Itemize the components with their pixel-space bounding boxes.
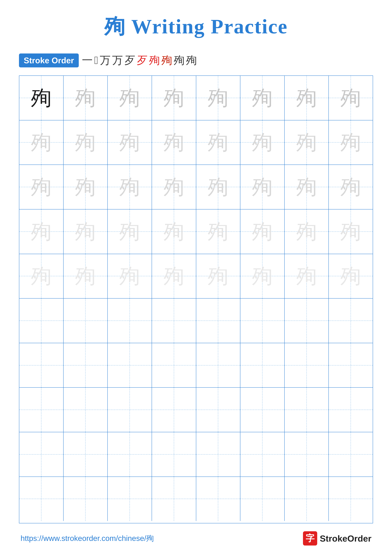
cell-10-1[interactable]: [19, 477, 64, 521]
cell-9-3[interactable]: [108, 432, 152, 476]
cell-8-3[interactable]: [108, 388, 152, 432]
cell-8-7[interactable]: [285, 388, 329, 432]
cell-6-8[interactable]: [329, 299, 373, 343]
cell-5-7[interactable]: 殉: [285, 254, 329, 298]
cell-2-2[interactable]: 殉: [64, 120, 108, 165]
cell-10-5[interactable]: [196, 477, 241, 521]
grid-row-5: 殉 殉 殉 殉 殉 殉 殉 殉: [19, 254, 373, 299]
cell-9-5[interactable]: [196, 432, 241, 476]
char-guide: 殉: [75, 221, 96, 242]
brand-icon: 字: [303, 531, 317, 546]
char-guide: 殉: [75, 132, 96, 153]
cell-5-3[interactable]: 殉: [108, 254, 152, 298]
cell-5-2[interactable]: 殉: [64, 254, 108, 298]
cell-4-8[interactable]: 殉: [329, 210, 373, 254]
cell-7-5[interactable]: [196, 343, 241, 387]
cell-2-6[interactable]: 殉: [240, 120, 285, 165]
cell-1-2[interactable]: 殉: [64, 76, 108, 120]
grid-row-9: [19, 432, 373, 477]
cell-8-5[interactable]: [196, 388, 241, 432]
cell-2-4[interactable]: 殉: [152, 120, 196, 165]
cell-6-1[interactable]: [19, 299, 64, 343]
cell-3-3[interactable]: 殉: [108, 165, 152, 209]
cell-9-6[interactable]: [240, 432, 285, 476]
cell-10-2[interactable]: [64, 477, 108, 521]
stroke-seq-7: 殉: [149, 53, 160, 67]
footer-brand: 字 StrokeOrder: [303, 531, 371, 546]
stroke-seq-9: 殉: [174, 53, 185, 67]
cell-3-2[interactable]: 殉: [64, 165, 108, 209]
cell-8-4[interactable]: [152, 388, 196, 432]
char-guide: 殉: [208, 132, 228, 153]
cell-10-7[interactable]: [285, 477, 329, 521]
char-guide: 殉: [119, 221, 140, 242]
stroke-seq-3: 万: [100, 53, 111, 67]
cell-1-8[interactable]: 殉: [329, 76, 373, 120]
cell-4-1[interactable]: 殉: [19, 210, 64, 254]
cell-4-5[interactable]: 殉: [196, 210, 241, 254]
cell-3-5[interactable]: 殉: [196, 165, 241, 209]
cell-9-2[interactable]: [64, 432, 108, 476]
cell-5-5[interactable]: 殉: [196, 254, 241, 298]
char-guide: 殉: [164, 132, 184, 153]
cell-2-3[interactable]: 殉: [108, 120, 152, 165]
cell-7-6[interactable]: [240, 343, 285, 387]
cell-8-6[interactable]: [240, 388, 285, 432]
cell-10-4[interactable]: [152, 477, 196, 521]
char-guide: 殉: [31, 177, 51, 197]
cell-3-8[interactable]: 殉: [329, 165, 373, 209]
cell-6-5[interactable]: [196, 299, 241, 343]
char-guide: 殉: [341, 132, 361, 153]
cell-2-1[interactable]: 殉: [19, 120, 64, 165]
cell-4-7[interactable]: 殉: [285, 210, 329, 254]
cell-10-6[interactable]: [240, 477, 285, 521]
cell-7-2[interactable]: [64, 343, 108, 387]
cell-9-8[interactable]: [329, 432, 373, 476]
cell-7-4[interactable]: [152, 343, 196, 387]
cell-6-2[interactable]: [64, 299, 108, 343]
cell-1-7[interactable]: 殉: [285, 76, 329, 120]
cell-4-2[interactable]: 殉: [64, 210, 108, 254]
char-guide: 殉: [119, 88, 140, 108]
cell-10-8[interactable]: [329, 477, 373, 521]
cell-1-1[interactable]: 殉: [19, 76, 64, 120]
char-guide: 殉: [252, 266, 273, 286]
cell-7-7[interactable]: [285, 343, 329, 387]
cell-6-7[interactable]: [285, 299, 329, 343]
cell-3-1[interactable]: 殉: [19, 165, 64, 209]
cell-10-3[interactable]: [108, 477, 152, 521]
char-dark: 殉: [31, 88, 51, 108]
cell-1-5[interactable]: 殉: [196, 76, 241, 120]
cell-1-3[interactable]: 殉: [108, 76, 152, 120]
cell-2-8[interactable]: 殉: [329, 120, 373, 165]
cell-3-7[interactable]: 殉: [285, 165, 329, 209]
cell-1-4[interactable]: 殉: [152, 76, 196, 120]
cell-8-2[interactable]: [64, 388, 108, 432]
cell-4-3[interactable]: 殉: [108, 210, 152, 254]
cell-7-3[interactable]: [108, 343, 152, 387]
cell-6-4[interactable]: [152, 299, 196, 343]
cell-3-4[interactable]: 殉: [152, 165, 196, 209]
char-guide: 殉: [208, 88, 228, 108]
cell-6-3[interactable]: [108, 299, 152, 343]
cell-9-4[interactable]: [152, 432, 196, 476]
char-guide: 殉: [208, 266, 228, 286]
cell-3-6[interactable]: 殉: [240, 165, 285, 209]
cell-2-7[interactable]: 殉: [285, 120, 329, 165]
cell-8-8[interactable]: [329, 388, 373, 432]
cell-5-1[interactable]: 殉: [19, 254, 64, 298]
brand-name: StrokeOrder: [320, 533, 371, 544]
cell-9-7[interactable]: [285, 432, 329, 476]
cell-2-5[interactable]: 殉: [196, 120, 241, 165]
cell-9-1[interactable]: [19, 432, 64, 476]
cell-7-8[interactable]: [329, 343, 373, 387]
cell-5-4[interactable]: 殉: [152, 254, 196, 298]
cell-4-6[interactable]: 殉: [240, 210, 285, 254]
cell-1-6[interactable]: 殉: [240, 76, 285, 120]
cell-8-1[interactable]: [19, 388, 64, 432]
cell-5-8[interactable]: 殉: [329, 254, 373, 298]
cell-5-6[interactable]: 殉: [240, 254, 285, 298]
cell-7-1[interactable]: [19, 343, 64, 387]
cell-4-4[interactable]: 殉: [152, 210, 196, 254]
cell-6-6[interactable]: [240, 299, 285, 343]
